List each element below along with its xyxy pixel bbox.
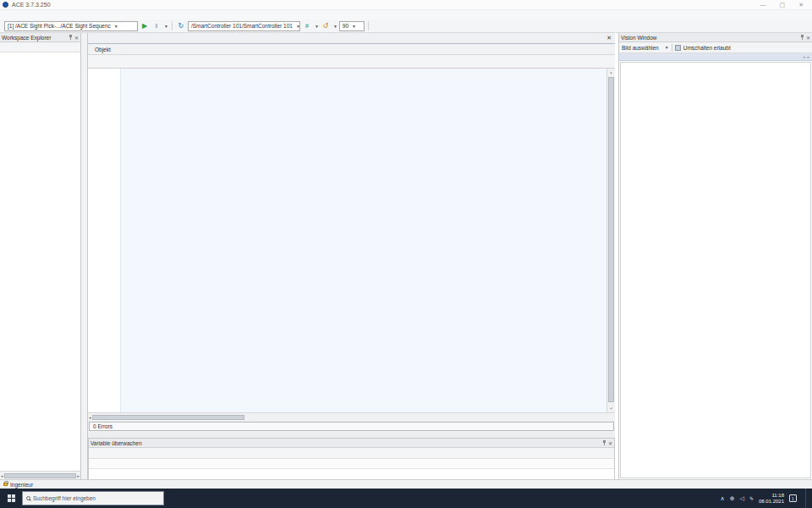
pin-icon[interactable] <box>603 440 606 445</box>
toggle-allowed-label: Umschalten erlaubt <box>683 45 731 51</box>
main-toolbar: [1] /ACE Sight Pick-.../ACE Sight Sequen… <box>0 19 812 33</box>
jog-pendant-icon[interactable]: # <box>302 21 312 31</box>
image-nav-strip: ◂ ▸ <box>619 53 812 61</box>
network-icon[interactable]: ⊕ <box>730 495 735 502</box>
action-center-icon[interactable]: 1 <box>789 494 797 502</box>
power-caret[interactable]: ▼ <box>333 24 337 29</box>
tree-hscrollbar[interactable]: ◂▸ <box>0 471 80 479</box>
lock-icon <box>3 483 8 486</box>
vision-window-panel: Vision Window ✕ Bild auswählen ▼ Umschal… <box>618 33 812 479</box>
pin-icon[interactable] <box>801 35 804 40</box>
workspace-explorer-title: Workspace Explorer <box>2 35 51 41</box>
controller-combo[interactable]: /SmartController 101/SmartController 101… <box>188 21 300 31</box>
watch-title: Variable überwachen <box>91 440 142 446</box>
volume-icon[interactable]: ◁ <box>740 495 744 502</box>
refresh-icon[interactable]: ↻ <box>176 21 186 31</box>
watch-header-row <box>89 459 614 469</box>
select-image-button[interactable]: Bild auswählen <box>622 45 659 51</box>
vision-image-area[interactable] <box>620 62 811 478</box>
editor-panel: ✕ Objekt ▴ ▾ ◂ 0 Errors <box>88 33 615 433</box>
show-desktop-button[interactable] <box>805 489 808 508</box>
select-image-caret[interactable]: ▼ <box>665 45 669 50</box>
toggle-allowed-checkbox[interactable] <box>675 45 681 51</box>
tray-expand-icon[interactable]: ∧ <box>721 495 725 502</box>
status-bar: Ingenieur <box>0 479 812 489</box>
run-button[interactable]: ▶ <box>140 21 150 31</box>
close-button[interactable]: ✕ <box>798 2 804 8</box>
vision-title: Vision Window <box>621 35 657 41</box>
error-status-bar: 0 Errors <box>88 421 615 433</box>
objekt-bar[interactable]: Objekt <box>88 44 615 55</box>
pen-icon[interactable]: ✎ <box>749 495 754 501</box>
variable-watch-panel: Variable überwachen ✕ <box>88 438 615 479</box>
close-panel-icon[interactable]: ✕ <box>74 35 79 41</box>
prev-image-icon[interactable]: ◂ <box>803 54 805 59</box>
close-panel-icon[interactable]: ✕ <box>608 440 612 446</box>
title-bar: ACE 3.7.3.250 — ▢ ✕ <box>0 0 812 10</box>
user-role-label: Ingenieur <box>10 482 33 488</box>
minimize-button[interactable]: — <box>760 2 766 8</box>
close-panel-icon[interactable]: ✕ <box>806 35 810 41</box>
pin-icon[interactable] <box>69 35 72 40</box>
left-splitter[interactable] <box>81 33 88 479</box>
error-count: 0 Errors <box>93 423 112 429</box>
menu-bar <box>0 10 812 19</box>
workspace-toolbar <box>0 42 80 52</box>
power-icon[interactable]: ↺ <box>321 21 331 31</box>
workspace-explorer-panel: Workspace Explorer ✕ ◂▸ <box>0 33 81 479</box>
taskbar-search-input[interactable]: Suchbegriff hier eingeben <box>22 491 164 505</box>
system-tray: ∧ ⊕ ◁ ✎ 11:18 08.01.2021 1 <box>721 489 812 508</box>
jog-caret[interactable]: ▼ <box>315 24 319 29</box>
pause-button[interactable]: ‖ <box>151 21 162 31</box>
maximize-button[interactable]: ▢ <box>780 2 786 8</box>
code-editor[interactable]: ▴ ▾ <box>88 69 615 412</box>
editor-toolbar <box>88 55 615 69</box>
search-placeholder: Suchbegriff hier eingeben <box>33 495 96 501</box>
next-image-icon[interactable]: ▸ <box>807 54 809 59</box>
editor-tab-bar: ✕ <box>88 33 615 44</box>
objekt-label: Objekt <box>95 47 111 52</box>
window-title: ACE 3.7.3.250 <box>12 2 51 8</box>
tab-close-icon[interactable]: ✕ <box>606 35 612 41</box>
editor-vscrollbar[interactable]: ▴ ▾ <box>606 69 615 412</box>
task-selector-combo[interactable]: [1] /ACE Sight Pick-.../ACE Sight Sequen… <box>4 21 138 31</box>
workspace-tree <box>0 53 80 471</box>
speed-combo[interactable]: 90▼ <box>339 21 365 31</box>
search-icon <box>26 496 30 500</box>
pause-caret[interactable]: ▼ <box>164 24 168 29</box>
editor-hscrollbar[interactable]: ◂ <box>88 412 615 421</box>
app-logo-icon <box>3 2 8 8</box>
windows-taskbar: Suchbegriff hier eingeben ∧ ⊕ ◁ ✎ 11:18 … <box>0 489 812 508</box>
watch-toolbar <box>89 448 614 459</box>
clock[interactable]: 11:18 08.01.2021 <box>759 493 784 505</box>
start-button[interactable] <box>0 489 22 508</box>
